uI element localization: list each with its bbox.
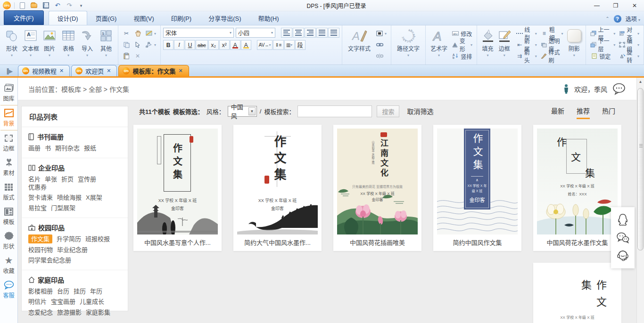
panel-link[interactable]: X展架 [86, 194, 102, 201]
superscript-button[interactable]: x² [219, 40, 230, 50]
align-left-button[interactable] [281, 28, 292, 38]
panel-link[interactable]: 优惠券 [28, 184, 47, 191]
font-color-button[interactable]: A [230, 40, 240, 50]
panel-link[interactable]: 毕业纪念册 [57, 246, 88, 253]
panel-link[interactable]: 家庭影集 [86, 309, 110, 316]
menu-print[interactable]: 印刷(P) [163, 11, 200, 25]
text-wrap-button[interactable]: ▾ [375, 29, 388, 38]
subscript-button[interactable]: x₂ [208, 40, 219, 50]
panel-link[interactable]: 喷绘海报 [57, 194, 82, 201]
copy-button[interactable] [122, 40, 131, 49]
close-button[interactable]: ✕ [625, 0, 644, 11]
arrow-head-button[interactable]: ⇉箭头▾ [515, 51, 537, 61]
underline-button[interactable]: U [185, 40, 195, 50]
char-spacing-button[interactable]: AV↔▾ [257, 40, 273, 50]
menu-page[interactable]: 页面(G) [87, 11, 125, 25]
panel-link[interactable]: 期刊杂志 [55, 145, 80, 152]
options-button[interactable]: 选项 ▾ [626, 15, 640, 23]
bold-button[interactable]: B [163, 40, 173, 50]
justify-button[interactable] [316, 28, 328, 38]
delete-button[interactable]: ✕ [133, 51, 142, 61]
panel-link[interactable]: 报纸 [84, 145, 96, 152]
save-button[interactable] [41, 2, 50, 9]
template-card[interactable]: 作 文 集 XX 学校 X 年级 X 班 姓名：XXX [533, 125, 621, 251]
vertical-text-button[interactable]: Ab竖排 [451, 51, 473, 61]
panel-link[interactable]: 宣传册 [78, 176, 96, 183]
columns-button[interactable]: ▥▾ [284, 40, 295, 50]
cancel-filter-button[interactable]: 取消筛选 [407, 106, 433, 116]
highlight-color-button[interactable]: A [241, 40, 251, 50]
italic-button[interactable]: I [174, 40, 184, 50]
minimize-button[interactable]: — [587, 0, 606, 11]
panel-link[interactable]: 旅游摄影 [57, 309, 82, 316]
close-tab-icon[interactable]: ✕ [59, 68, 64, 74]
new-document-button[interactable] [18, 2, 26, 9]
rail-item-shape[interactable]: 形状 [0, 228, 17, 253]
import-button[interactable]: 导入▾ [78, 28, 97, 57]
scroll-up-arrow[interactable]: ▲ [637, 78, 644, 86]
rail-item-gallery[interactable]: 图库 [0, 81, 17, 105]
panel-link[interactable]: 宝宝画册 [51, 298, 75, 305]
menu-view[interactable]: 视图(V) [125, 11, 162, 25]
template-search-input[interactable] [297, 105, 372, 117]
text-style-button[interactable]: A 文字样式 [345, 28, 374, 52]
wordart-button[interactable]: A 艺术字▾ [428, 28, 450, 57]
search-button[interactable]: 搜索 [377, 105, 399, 117]
panel-link[interactable]: 贺卡请柬 [28, 194, 53, 201]
template-card-partial[interactable]: 作文集 XX 学校 X 年级 X 班 [533, 263, 621, 323]
close-tab-icon[interactable]: ✕ [178, 68, 182, 74]
sort-recommended[interactable]: 推荐 [577, 106, 590, 119]
panel-link[interactable]: 画册 [28, 145, 41, 152]
panel-link[interactable]: 同学聚会纪念册 [28, 257, 71, 264]
panel-link[interactable]: 单张 [45, 176, 57, 183]
path-text-button[interactable]: abcabcabcabc 路径文字▾ [394, 28, 423, 57]
paragraph-button[interactable]: 段 [295, 40, 305, 50]
panel-link[interactable]: 影楼相册 [28, 288, 53, 295]
insert-textbox-button[interactable]: A 文本框▾ [21, 28, 40, 57]
panel-link[interactable]: 恋爱纪念 [28, 309, 53, 316]
insert-other-button[interactable]: 5 其他▾ [97, 28, 116, 57]
align-center-button[interactable] [293, 28, 304, 38]
cut-button[interactable]: ✂ [122, 29, 131, 38]
insert-shape-button[interactable]: 形状▾ [2, 28, 21, 57]
menu-design[interactable]: 设计(D) [49, 11, 87, 25]
break-link-button[interactable] [375, 51, 388, 61]
panel-link[interactable]: 门型展架 [51, 204, 75, 211]
redo-button[interactable]: ↷ [65, 2, 74, 9]
menu-share-export[interactable]: 分享导出(S) [200, 11, 249, 25]
tab-welcome-page[interactable]: DPS 欢迎页 ✕ [71, 65, 117, 76]
panel-link[interactable]: 明信片 [28, 298, 47, 305]
rail-item-border[interactable]: 边框 [0, 130, 17, 155]
panel-link[interactable]: 年历 [90, 288, 102, 295]
tab-video-tutorial[interactable]: DPS 视频教程 ✕ [18, 65, 70, 76]
shadow-button[interactable]: 阴影▾ [565, 28, 584, 57]
rail-item-material[interactable]: 素材 [0, 155, 17, 179]
rail-item-layout[interactable]: 版式 [0, 179, 17, 204]
tab-template-library[interactable]: DPS 模板库：作文集 ✕ [118, 65, 189, 76]
rail-item-background[interactable]: 背景 [0, 105, 17, 130]
template-card[interactable]: 江南文化 山水如墨 水韵江南 只有最美的荷花 至臻境界方为极致 XX 学校 X … [333, 125, 421, 251]
feedback-bubble-icon[interactable] [612, 83, 626, 95]
panel-link[interactable]: 升学简历 [57, 235, 81, 242]
lock-button[interactable]: 锁定 [589, 51, 616, 61]
send-backward-button[interactable]: 下一层▾ [589, 40, 616, 49]
insert-image-button[interactable]: 图片▾ [40, 28, 59, 57]
collapse-ribbon-icon[interactable]: ⌃ [605, 16, 609, 21]
panel-link[interactable]: 挂历 [74, 288, 86, 295]
vertical-scrollbar[interactable]: ▲ [636, 78, 644, 323]
help-icon[interactable]: ? [614, 15, 621, 23]
menu-file[interactable]: 文件(F) [4, 10, 44, 25]
sort-newest[interactable]: 最新 [551, 106, 564, 119]
crop-image-button[interactable]: ▾ [144, 29, 157, 38]
support-headset-icon[interactable] [616, 249, 629, 262]
font-size-select[interactable]: 小四▾ [236, 28, 275, 38]
rail-item-template[interactable]: 模板 [0, 204, 17, 228]
strikethrough-button[interactable]: abc [196, 40, 208, 50]
style-brush-button[interactable]: 样式刷 [540, 51, 564, 61]
restore-button[interactable]: ❐ [606, 0, 625, 11]
menu-help[interactable]: 帮助(H) [249, 11, 287, 25]
rotate-button[interactable]: 旋转▾ [618, 51, 640, 61]
wordart-transform-button[interactable]: A变形▾ [451, 40, 473, 49]
panel-link[interactable]: 儿童成长 [80, 298, 104, 305]
panel-link[interactable]: 校园刊物 [28, 246, 53, 253]
